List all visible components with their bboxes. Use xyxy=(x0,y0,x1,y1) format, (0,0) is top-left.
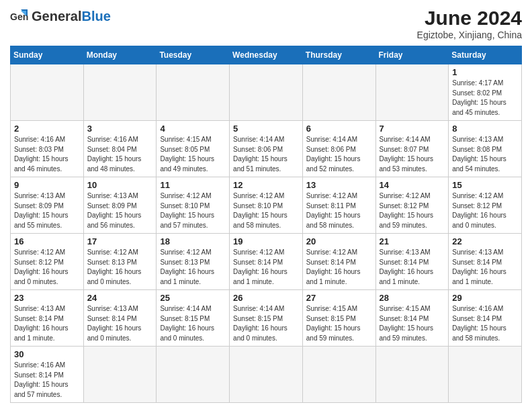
calendar-cell: 4Sunrise: 4:15 AM Sunset: 8:05 PM Daylig… xyxy=(157,121,230,177)
weekday-header-friday: Friday xyxy=(375,46,449,64)
day-number: 2 xyxy=(14,124,81,134)
calendar-cell: 6Sunrise: 4:14 AM Sunset: 8:06 PM Daylig… xyxy=(302,121,375,177)
day-number: 3 xyxy=(87,124,154,134)
day-number: 4 xyxy=(160,124,226,134)
day-number: 1 xyxy=(452,67,519,77)
day-info: Sunrise: 4:12 AM Sunset: 8:14 PM Dayligh… xyxy=(306,248,373,287)
day-info: Sunrise: 4:13 AM Sunset: 8:14 PM Dayligh… xyxy=(14,304,81,343)
day-number: 10 xyxy=(87,180,154,190)
calendar-cell xyxy=(302,64,375,121)
calendar-cell: 23Sunrise: 4:13 AM Sunset: 8:14 PM Dayli… xyxy=(11,290,84,347)
day-info: Sunrise: 4:16 AM Sunset: 8:04 PM Dayligh… xyxy=(87,135,154,174)
logo-text: GeneralBlue xyxy=(32,9,111,24)
day-info: Sunrise: 4:15 AM Sunset: 8:15 PM Dayligh… xyxy=(306,304,373,343)
day-number: 5 xyxy=(233,124,300,134)
calendar-cell xyxy=(83,64,157,121)
day-info: Sunrise: 4:13 AM Sunset: 8:08 PM Dayligh… xyxy=(452,135,519,174)
weekday-header-wednesday: Wednesday xyxy=(230,46,303,64)
day-number: 30 xyxy=(14,349,81,359)
page-header: Gen GeneralBlue June 2024 Egiztobe, Xinj… xyxy=(10,7,522,40)
calendar-week-row: 30Sunrise: 4:16 AM Sunset: 8:14 PM Dayli… xyxy=(11,347,522,403)
calendar-cell: 27Sunrise: 4:15 AM Sunset: 8:15 PM Dayli… xyxy=(302,290,375,347)
calendar-cell: 18Sunrise: 4:12 AM Sunset: 8:13 PM Dayli… xyxy=(157,234,230,290)
calendar-cell: 30Sunrise: 4:16 AM Sunset: 8:14 PM Dayli… xyxy=(11,347,84,403)
calendar-cell: 29Sunrise: 4:16 AM Sunset: 8:14 PM Dayli… xyxy=(449,290,522,347)
calendar-cell xyxy=(230,64,303,121)
day-info: Sunrise: 4:12 AM Sunset: 8:13 PM Dayligh… xyxy=(160,248,226,287)
day-number: 28 xyxy=(380,293,446,303)
logo: Gen GeneralBlue xyxy=(10,7,111,26)
calendar-cell xyxy=(449,347,522,403)
calendar-cell: 22Sunrise: 4:13 AM Sunset: 8:14 PM Dayli… xyxy=(449,234,522,290)
calendar-cell: 8Sunrise: 4:13 AM Sunset: 8:08 PM Daylig… xyxy=(449,121,522,177)
weekday-header-thursday: Thursday xyxy=(302,46,375,64)
day-info: Sunrise: 4:17 AM Sunset: 8:02 PM Dayligh… xyxy=(452,79,519,118)
day-info: Sunrise: 4:12 AM Sunset: 8:13 PM Dayligh… xyxy=(87,248,154,287)
weekday-header-sunday: Sunday xyxy=(11,46,84,64)
day-info: Sunrise: 4:14 AM Sunset: 8:06 PM Dayligh… xyxy=(233,135,300,174)
logo-icon: Gen xyxy=(10,7,29,26)
day-number: 23 xyxy=(14,293,81,303)
day-info: Sunrise: 4:12 AM Sunset: 8:10 PM Dayligh… xyxy=(233,191,300,230)
day-info: Sunrise: 4:14 AM Sunset: 8:06 PM Dayligh… xyxy=(306,135,373,174)
calendar-cell: 1Sunrise: 4:17 AM Sunset: 8:02 PM Daylig… xyxy=(449,64,522,121)
day-number: 19 xyxy=(233,236,300,246)
calendar-cell: 14Sunrise: 4:12 AM Sunset: 8:12 PM Dayli… xyxy=(375,177,449,234)
day-info: Sunrise: 4:16 AM Sunset: 8:14 PM Dayligh… xyxy=(452,304,519,343)
calendar-cell: 3Sunrise: 4:16 AM Sunset: 8:04 PM Daylig… xyxy=(83,121,157,177)
day-info: Sunrise: 4:15 AM Sunset: 8:05 PM Dayligh… xyxy=(160,135,226,174)
weekday-header-monday: Monday xyxy=(83,46,157,64)
day-info: Sunrise: 4:16 AM Sunset: 8:03 PM Dayligh… xyxy=(14,135,81,174)
calendar-cell: 26Sunrise: 4:14 AM Sunset: 8:15 PM Dayli… xyxy=(230,290,303,347)
day-number: 29 xyxy=(452,293,519,303)
calendar-cell: 25Sunrise: 4:14 AM Sunset: 8:15 PM Dayli… xyxy=(157,290,230,347)
calendar-cell: 28Sunrise: 4:15 AM Sunset: 8:14 PM Dayli… xyxy=(375,290,449,347)
day-number: 11 xyxy=(160,180,226,190)
day-info: Sunrise: 4:16 AM Sunset: 8:14 PM Dayligh… xyxy=(14,361,81,400)
day-info: Sunrise: 4:12 AM Sunset: 8:12 PM Dayligh… xyxy=(14,248,81,287)
weekday-header-saturday: Saturday xyxy=(449,46,522,64)
day-number: 16 xyxy=(14,236,81,246)
day-number: 15 xyxy=(452,180,519,190)
day-info: Sunrise: 4:14 AM Sunset: 8:15 PM Dayligh… xyxy=(233,304,300,343)
day-number: 7 xyxy=(380,124,446,134)
calendar-cell: 5Sunrise: 4:14 AM Sunset: 8:06 PM Daylig… xyxy=(230,121,303,177)
calendar-cell: 17Sunrise: 4:12 AM Sunset: 8:13 PM Dayli… xyxy=(83,234,157,290)
day-number: 20 xyxy=(306,236,373,246)
calendar-week-row: 1Sunrise: 4:17 AM Sunset: 8:02 PM Daylig… xyxy=(11,64,522,121)
calendar-cell xyxy=(375,347,449,403)
calendar-cell xyxy=(83,347,157,403)
day-info: Sunrise: 4:12 AM Sunset: 8:10 PM Dayligh… xyxy=(160,191,226,230)
calendar-cell: 16Sunrise: 4:12 AM Sunset: 8:12 PM Dayli… xyxy=(11,234,84,290)
weekday-header-row: SundayMondayTuesdayWednesdayThursdayFrid… xyxy=(11,46,522,64)
day-number: 24 xyxy=(87,293,154,303)
calendar-cell: 24Sunrise: 4:13 AM Sunset: 8:14 PM Dayli… xyxy=(83,290,157,347)
day-number: 17 xyxy=(87,236,154,246)
day-info: Sunrise: 4:13 AM Sunset: 8:14 PM Dayligh… xyxy=(452,248,519,287)
calendar-cell xyxy=(375,64,449,121)
day-number: 26 xyxy=(233,293,300,303)
day-number: 18 xyxy=(160,236,226,246)
calendar-cell: 19Sunrise: 4:12 AM Sunset: 8:14 PM Dayli… xyxy=(230,234,303,290)
day-info: Sunrise: 4:12 AM Sunset: 8:11 PM Dayligh… xyxy=(306,191,373,230)
day-info: Sunrise: 4:13 AM Sunset: 8:14 PM Dayligh… xyxy=(87,304,154,343)
day-info: Sunrise: 4:14 AM Sunset: 8:15 PM Dayligh… xyxy=(160,304,226,343)
calendar-cell: 9Sunrise: 4:13 AM Sunset: 8:09 PM Daylig… xyxy=(11,177,84,234)
day-number: 13 xyxy=(306,180,373,190)
calendar-cell xyxy=(157,64,230,121)
day-number: 6 xyxy=(306,124,373,134)
day-info: Sunrise: 4:12 AM Sunset: 8:12 PM Dayligh… xyxy=(380,191,446,230)
day-number: 8 xyxy=(452,124,519,134)
day-info: Sunrise: 4:13 AM Sunset: 8:09 PM Dayligh… xyxy=(14,191,81,230)
calendar-cell: 12Sunrise: 4:12 AM Sunset: 8:10 PM Dayli… xyxy=(230,177,303,234)
day-info: Sunrise: 4:12 AM Sunset: 8:12 PM Dayligh… xyxy=(452,191,519,230)
day-number: 25 xyxy=(160,293,226,303)
calendar-cell: 21Sunrise: 4:13 AM Sunset: 8:14 PM Dayli… xyxy=(375,234,449,290)
day-info: Sunrise: 4:13 AM Sunset: 8:14 PM Dayligh… xyxy=(380,248,446,287)
location-subtitle: Egiztobe, Xinjiang, China xyxy=(417,30,522,40)
calendar-table: SundayMondayTuesdayWednesdayThursdayFrid… xyxy=(10,46,522,403)
month-title: June 2024 xyxy=(417,7,522,30)
day-info: Sunrise: 4:12 AM Sunset: 8:14 PM Dayligh… xyxy=(233,248,300,287)
weekday-header-tuesday: Tuesday xyxy=(157,46,230,64)
day-number: 22 xyxy=(452,236,519,246)
